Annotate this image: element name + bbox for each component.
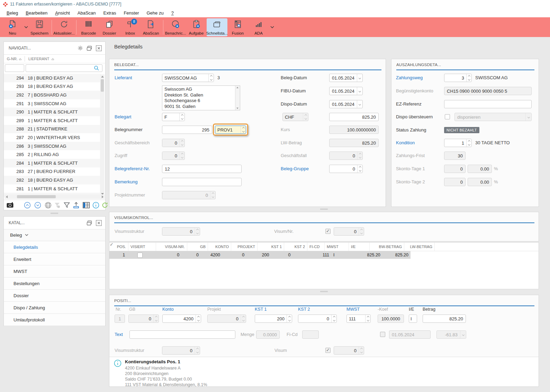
- pos-konto-spinner[interactable]: 4200: [162, 314, 201, 323]
- section-splitter-handle[interactable]: [320, 291, 328, 292]
- notification-button[interactable]: Benachric...: [165, 18, 186, 36]
- katalog-item[interactable]: MWST: [4, 265, 105, 277]
- close-icon[interactable]: [96, 45, 102, 51]
- column-header-belegnr[interactable]: G-NR.: [4, 57, 18, 61]
- visiert-checkbox[interactable]: [137, 253, 143, 258]
- katalog-item[interactable]: Dossier: [4, 290, 105, 302]
- barcode-button[interactable]: Barcode: [78, 18, 99, 36]
- filter-lieferant-input[interactable]: [26, 64, 102, 72]
- prov-spinner[interactable]: PROV1: [215, 126, 246, 134]
- refresh-button[interactable]: Aktualisier...: [54, 18, 74, 36]
- katalog-item[interactable]: Bestellungen: [4, 277, 105, 290]
- belegreferenz-input[interactable]: [162, 165, 242, 173]
- belegart-label[interactable]: Belegart: [115, 114, 131, 119]
- col-kst2[interactable]: KST 2: [284, 243, 307, 251]
- table-row[interactable]: 290 1 | MATTER & SCHLATT: [4, 108, 101, 116]
- dispo-datum-input[interactable]: 01.05.2024: [329, 100, 363, 108]
- menu-item[interactable]: Gehe zu: [143, 9, 167, 17]
- belegart-spinner[interactable]: F: [162, 113, 185, 121]
- column-header-lieferant[interactable]: LIEFERANT: [28, 57, 49, 61]
- search-icon[interactable]: [94, 65, 99, 71]
- lieferant-address[interactable]: Swisscom AG Direktion St. Gallen Schoche…: [162, 85, 240, 110]
- task-button[interactable]: Aufgabe: [186, 18, 207, 36]
- menu-item[interactable]: Ansicht: [51, 9, 74, 17]
- menu-item[interactable]: Bearbeiten: [22, 9, 51, 17]
- betrag-input[interactable]: [329, 113, 379, 121]
- pos-kst2-spinner[interactable]: 0: [298, 314, 337, 323]
- menu-item[interactable]: Fenster: [120, 9, 143, 17]
- pos-mwst-spinner[interactable]: 111: [346, 314, 371, 323]
- lieferant-spinner[interactable]: SWISSCOM AG: [162, 74, 214, 82]
- scroll-first-icon[interactable]: [24, 202, 31, 209]
- table-row[interactable]: 292 7 | BOSSHARD AG: [4, 91, 101, 99]
- table-row[interactable]: 1 0 0 4200 0 200 0 111 I 825.20 825.20: [109, 251, 411, 259]
- pos-text-input[interactable]: [129, 330, 235, 339]
- filter-belegnr-input[interactable]: [5, 64, 24, 72]
- menu-item[interactable]: Extras: [100, 9, 120, 17]
- bemerkung-label[interactable]: Bemerkung: [115, 179, 137, 184]
- table-row[interactable]: 291 3 | SWISSCOM AG: [4, 99, 101, 108]
- table-row[interactable]: 283 27 | BUERO FUERRER: [4, 167, 101, 176]
- katalog-item[interactable]: Erweitert: [4, 253, 105, 265]
- table-row[interactable]: 282 18 | BUERO EASY AG: [4, 176, 101, 184]
- col-mwst[interactable]: MWST: [325, 243, 349, 251]
- save-button[interactable]: Speichern: [29, 18, 50, 36]
- beleg-gruppe-label[interactable]: Beleg-Gruppe: [281, 166, 309, 171]
- new-dropdown-chevron[interactable]: [23, 18, 29, 36]
- filter-icon[interactable]: [63, 202, 70, 209]
- lieferant-label[interactable]: Lieferant: [115, 75, 132, 80]
- export-icon[interactable]: [72, 202, 80, 209]
- kondition-label[interactable]: Kondition: [396, 140, 415, 145]
- table-row[interactable]: 287 20 | WINTERTHUR VERS: [4, 133, 101, 142]
- scroll-last-icon[interactable]: [34, 202, 41, 209]
- katalog-item[interactable]: Umlaufprotokoll: [4, 314, 105, 326]
- quickstart-button[interactable]: Schnellsta...: [207, 18, 227, 36]
- col-gb[interactable]: GB: [187, 243, 208, 251]
- table-row[interactable]: 284 1 | MATTER & SCHLATT: [4, 159, 101, 167]
- mwst-label[interactable]: MWST: [346, 307, 360, 312]
- kondition-spinner[interactable]: 1: [444, 139, 472, 147]
- section-splitter-handle[interactable]: [320, 209, 328, 210]
- table-view-icon[interactable]: [83, 202, 90, 208]
- table-row[interactable]: 285 2 | RILLING AG: [4, 150, 101, 159]
- katalog-item[interactable]: Dispo / Zahlung: [4, 302, 105, 314]
- col-kst1[interactable]: KST 1: [258, 243, 284, 251]
- pos-betrag-input[interactable]: [423, 314, 466, 323]
- kst1-label[interactable]: KST 1: [255, 307, 267, 312]
- dossier-button[interactable]: Dossier: [99, 18, 120, 36]
- katalog-group-selector[interactable]: Beleg: [4, 229, 105, 241]
- table-row[interactable]: 289 1 | MATTER & SCHLATT: [4, 116, 101, 125]
- col-projekt[interactable]: PROJEKT: [231, 243, 258, 251]
- katalog-item[interactable]: Belegdetails: [4, 241, 105, 253]
- menu-item[interactable]: AbaScan: [74, 9, 100, 17]
- fusion-button[interactable]: Fusion: [227, 18, 248, 36]
- detach-window-icon[interactable]: [87, 220, 92, 226]
- col-visum-nr[interactable]: VISUM-NR.: [156, 243, 187, 251]
- col-ie[interactable]: I/E: [349, 243, 370, 251]
- konto-label[interactable]: Konto: [162, 307, 174, 312]
- toolbar-overflow-chevron[interactable]: [269, 18, 275, 36]
- beleg-gruppe-spinner[interactable]: 0: [329, 165, 363, 173]
- ez-referenz-input[interactable]: [444, 100, 532, 108]
- menu-item[interactable]: Beleg: [3, 9, 22, 17]
- ada-button[interactable]: ADA: [248, 18, 269, 36]
- belegnummer-input[interactable]: [162, 126, 212, 134]
- col-bw-betrag[interactable]: BW-BETRAG: [370, 243, 404, 251]
- settings-gear-icon[interactable]: [78, 45, 83, 51]
- menu-item[interactable]: ?: [168, 9, 178, 17]
- inbox-button[interactable]: 8 Inbox: [120, 18, 141, 36]
- horizontal-scrollbar[interactable]: [4, 194, 105, 199]
- pos-kst1-spinner[interactable]: 200: [255, 314, 292, 323]
- snapshot-camera-icon[interactable]: [7, 202, 14, 208]
- close-icon[interactable]: [96, 220, 102, 226]
- belegreferenz-label[interactable]: Belegreferenz-Nr.: [115, 166, 150, 171]
- col-konto[interactable]: KONTO: [208, 243, 231, 251]
- table-row[interactable]: 286 3 | SWISSCOM AG: [4, 142, 101, 151]
- table-row[interactable]: 294 18 | BUERO EASY AG: [4, 74, 101, 82]
- vertical-scrollbar[interactable]: [100, 74, 105, 196]
- detach-window-icon[interactable]: [87, 46, 92, 51]
- address-scrollbar[interactable]: [235, 86, 240, 110]
- table-row[interactable]: 288 21 | STADTWERKE: [4, 125, 101, 134]
- reload-icon[interactable]: [101, 202, 108, 209]
- col-ficd[interactable]: FI-CD: [307, 243, 325, 251]
